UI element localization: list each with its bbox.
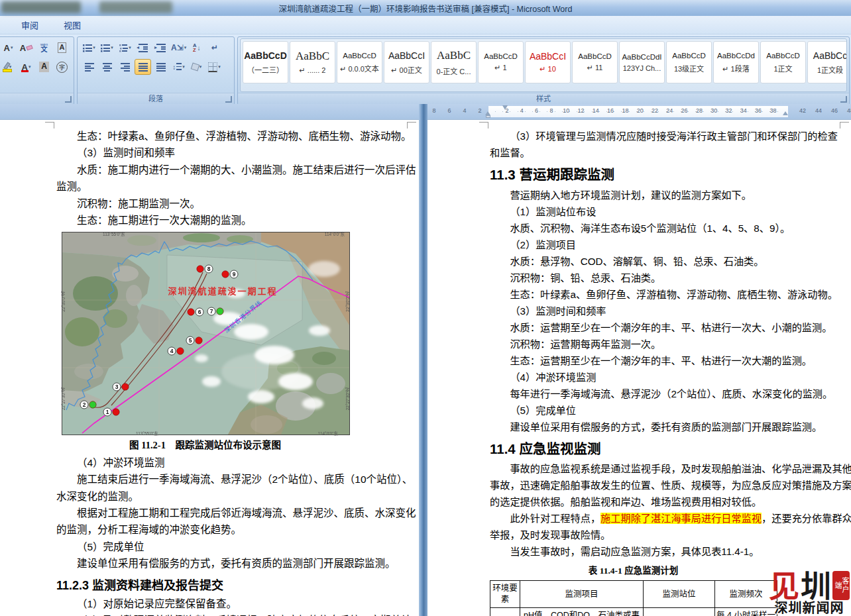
paragraph: 生态：叶绿素a、鱼卵仔鱼、浮游植物、浮游动物、底栖生物、游泳动物。 xyxy=(56,128,416,144)
distribute-icon xyxy=(156,62,166,72)
crop-mark-icon xyxy=(840,122,849,128)
distribute-button[interactable] xyxy=(152,59,169,75)
style-card[interactable]: AaBbCc1正文段 xyxy=(807,41,847,83)
paragraph: 生态：叶绿素a、鱼卵仔鱼、浮游植物、浮游动物、底栖生物、游泳动物。 xyxy=(490,286,848,303)
horizontal-ruler[interactable]: 8642246810121416182022242628303234363842… xyxy=(427,104,851,120)
style-card[interactable]: AaBbCcD（一二三） xyxy=(243,41,288,83)
left-indent-marker[interactable] xyxy=(486,115,490,118)
paragraph: 当发生事故时，需启动应急监测方案，具体见表11.4-1。 xyxy=(490,543,848,560)
decrease-indent-button[interactable]: ◂ xyxy=(135,40,151,56)
sort-button[interactable]: AZ↓ xyxy=(188,40,205,56)
paragraph: 建设单位采用有偿服务的方式，委托有资质的监测部门开展跟踪监测。 xyxy=(490,419,848,435)
right-page[interactable]: （3）环境管理与监测情况应随时接受海洋行政主管部门和环保部门的检查和监督。11.… xyxy=(427,120,850,616)
character-shading-button[interactable]: A xyxy=(36,59,52,75)
left-ruler[interactable] xyxy=(0,104,419,120)
justify-icon xyxy=(139,62,148,72)
right-indent-marker[interactable] xyxy=(783,111,788,115)
svg-text:7: 7 xyxy=(210,308,213,315)
phonetic-guide-button[interactable]: wén文 xyxy=(36,40,52,56)
svg-text:9: 9 xyxy=(233,271,236,278)
paragraph: 水质：运营期至少在一个潮汐年的丰、平、枯进行一次大、小潮的监测。 xyxy=(490,319,848,336)
shrink-font-button[interactable]: A xyxy=(0,40,17,56)
left-page[interactable]: 生态：叶绿素a、鱼卵仔鱼、浮游植物、浮游动物、底栖生物、游泳动物。（3）监测时间… xyxy=(0,120,419,616)
coord-label: 113°55'0"东 xyxy=(136,425,158,442)
clear-formatting-button[interactable]: A xyxy=(18,40,34,56)
paragraph: 每年进行一季海域海流、悬浮泥沙（2个站位）、底质、水深变化的监测。 xyxy=(490,385,848,402)
table-caption: 表 11.4-1 应急监测计划 xyxy=(490,562,777,579)
paragraph: （2）监测项目 xyxy=(490,236,848,253)
character-border-button[interactable]: A xyxy=(54,40,70,56)
table-cell: pH值、COD和DO、石油类或事故排放 的其他物质 xyxy=(520,608,644,616)
borders-button[interactable] xyxy=(206,59,223,75)
ruler-number: 6 xyxy=(447,107,451,114)
justify-button[interactable] xyxy=(135,59,151,75)
paragraph: 生态：运营期至少在一个潮汐年的丰、平、枯进行一次大潮的监测。 xyxy=(490,352,848,369)
align-left-button[interactable] xyxy=(81,59,97,75)
bullets-button[interactable] xyxy=(81,40,97,56)
style-card[interactable]: AaBbCcDdI123YJ Ch... xyxy=(619,41,665,83)
satellite-map-image: 深圳湾航道疏浚一期工程 深圳香港分界线 123456789 xyxy=(62,232,350,435)
font-group-label xyxy=(0,93,74,105)
paragraph: 水质、沉积物、海洋生态布设5个监测站位（1、4、5、8、9）。 xyxy=(490,220,848,236)
align-center-button[interactable] xyxy=(99,59,115,75)
styles-group-title: 样式 xyxy=(536,95,551,103)
crop-mark-icon xyxy=(407,122,416,128)
style-card[interactable]: AaBbC↵ ...... 2 xyxy=(290,41,335,83)
quick-access-toolbar[interactable] xyxy=(1,1,81,13)
monitoring-stations-map[interactable]: 113°55'0"东 114°0'0"东 113°55'0"东 114°0'0"… xyxy=(62,232,350,435)
tab-review[interactable]: 审阅 xyxy=(11,17,49,33)
font-color-button[interactable]: A xyxy=(18,59,34,75)
style-card[interactable]: AaBbCcD↵ 11 xyxy=(572,41,618,83)
multilevel-icon xyxy=(119,43,128,52)
quick-access-toolbar-extra[interactable] xyxy=(99,1,172,13)
line-spacing-button[interactable]: ↕ xyxy=(170,59,187,75)
show-marks-button[interactable]: ↵ xyxy=(206,40,223,56)
paragraph: （3）监测时间和频率 xyxy=(490,303,848,319)
boxed-a-icon: A xyxy=(58,42,67,52)
coord-label: 114°0'0"东 xyxy=(325,226,345,242)
style-card[interactable]: AaBbCcD1正文 xyxy=(760,41,806,83)
application-window: { "window": { "title": "深圳湾航道疏浚工程（一期）环境影… xyxy=(0,0,851,616)
font-dialog-launcher-icon[interactable] xyxy=(65,96,72,103)
ruler-number: 30 xyxy=(710,107,717,114)
paragraph-group: ◂ ▸ A⇲ AZ↓ ↵ ↕ 段落 xyxy=(77,36,235,105)
coord-label: 114°0'0"东 xyxy=(318,425,338,442)
logo-client-badge: 客户端 xyxy=(832,571,850,600)
section-heading: 11.4 应急监视监测 xyxy=(490,440,848,458)
styles-dialog-launcher-icon[interactable] xyxy=(840,96,847,103)
style-card[interactable]: AaBbCcD↵ 1 xyxy=(478,41,524,83)
asian-layout-button[interactable]: A⇲ xyxy=(170,40,187,56)
paragraph: 此外针对工程特点，施工期除了湛江海事局进行日常监视，还要充分依靠群众 xyxy=(490,510,848,527)
ruler-number: 2 xyxy=(505,107,508,114)
coord-label: 113°55'0"东 xyxy=(103,226,125,242)
paragraph: （3）环境管理与监测情况应随时接受海洋行政主管部门和环保部门的检查 xyxy=(490,128,848,144)
style-card[interactable]: AaBbCcD13级正文 xyxy=(666,41,712,83)
multilevel-list-button[interactable] xyxy=(117,40,133,56)
increase-indent-button[interactable]: ▸ xyxy=(152,40,169,56)
logo-glyph-right: 圳 xyxy=(801,573,831,600)
paragraph: 的监测，分析工程海域的冲淤变化趋势。 xyxy=(56,521,416,538)
style-card[interactable]: AaBbCcI↵ 10 xyxy=(525,41,571,83)
text-highlight-button[interactable] xyxy=(0,59,17,75)
style-card[interactable]: AaBbCcI↵ 00正文 xyxy=(384,41,429,83)
tab-view[interactable]: 视图 xyxy=(53,17,91,33)
paragraph: 水深变化的监测。 xyxy=(56,488,416,505)
ruler-number: 38 xyxy=(769,107,776,114)
align-right-button[interactable] xyxy=(117,59,133,75)
window-split-divider[interactable] xyxy=(419,104,427,616)
numbering-button[interactable] xyxy=(99,40,115,56)
style-card[interactable]: AaBbCcDd↵ 1段落 xyxy=(713,41,759,83)
font-group: A A wén文 A A A 字 xyxy=(0,36,74,105)
svg-text:3: 3 xyxy=(115,384,119,390)
shading-button[interactable] xyxy=(188,59,205,75)
svg-text:4: 4 xyxy=(170,348,174,354)
coord-label: 22°27'30"北 xyxy=(55,387,72,410)
ruler-number: 8 xyxy=(549,107,553,114)
paragraph-dialog-launcher-icon[interactable] xyxy=(225,96,232,103)
style-card[interactable]: AaBbC0-正文 C... xyxy=(431,41,477,83)
paragraph: 沉积物：运营期每两年监测一次。 xyxy=(490,336,848,352)
style-card[interactable]: AaBbCcD↵ 0.0.0文本 xyxy=(337,41,382,83)
crop-mark-icon xyxy=(479,122,488,128)
ribbon: A A wén文 A A A 字 ◂ ▸ A⇲ AZ↓ xyxy=(0,34,851,109)
enclose-characters-button[interactable]: 字 xyxy=(54,59,70,75)
